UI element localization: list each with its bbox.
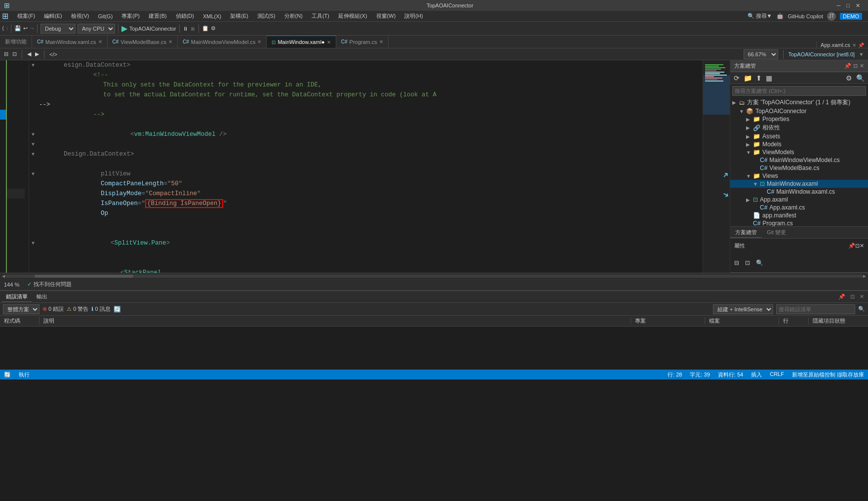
tree-mainwindow-axaml-cs-node[interactable]: C# MainWindow.axaml.cs	[730, 188, 868, 196]
menu-git[interactable]: Git(G)	[94, 12, 117, 20]
solution-explorer-search[interactable]	[732, 86, 866, 96]
tab-close-mainwindow-xaml[interactable]: ✕	[327, 40, 331, 45]
menu-build[interactable]: 建置(B)	[145, 11, 171, 21]
pin-button[interactable]: 📌	[844, 63, 851, 69]
right-panel-pin[interactable]: 📌	[858, 42, 864, 48]
props-btn-1[interactable]: ⊟	[732, 258, 741, 267]
sol-exp-btn-3[interactable]: ⬆	[754, 74, 763, 82]
tree-assets-node[interactable]: ▶ 📁 Assets	[730, 132, 868, 140]
tab-mainwindow-cs[interactable]: C# MainWindow.xaml.cs ✕	[32, 36, 108, 48]
menu-xml[interactable]: XML(X)	[199, 12, 225, 20]
fold-arrow-6[interactable]: ▼	[29, 238, 37, 248]
zoom-dropdown[interactable]: 66.67%	[744, 49, 778, 59]
scroll-right-button[interactable]: ▶	[863, 273, 866, 279]
menu-debug[interactable]: 偵錯(D)	[172, 11, 198, 21]
warning-count-btn[interactable]: ⚠ 0 警告	[67, 305, 88, 313]
new-item-button[interactable]: 📋	[202, 25, 209, 32]
error-search-input[interactable]	[776, 304, 855, 314]
tab-mainwindow-xaml[interactable]: ⊡ MainWindow.xaml● ✕	[267, 36, 336, 48]
menu-arch[interactable]: 架構(E)	[226, 11, 252, 21]
tree-mainwindow-axaml-node[interactable]: ▼ ⊡ MainWindow.axaml	[730, 180, 868, 188]
error-scope-dropdown[interactable]: 整體方案	[3, 304, 39, 314]
build-option-dropdown[interactable]: 組建 + IntelliSense	[713, 304, 773, 314]
float-button[interactable]: ⊡	[853, 63, 858, 69]
tree-properties-node[interactable]: ▶ 📁 Properties	[730, 115, 868, 123]
properties-float[interactable]: ⊡	[855, 243, 860, 249]
fold-arrow-3[interactable]: ▼	[29, 139, 37, 149]
nav-back-button[interactable]: ◀	[27, 51, 31, 57]
stop-button[interactable]: ⏹	[190, 26, 196, 32]
menu-edit[interactable]: 編輯(E)	[40, 11, 66, 21]
menu-test[interactable]: 測試(S)	[253, 11, 279, 21]
run-button[interactable]: ▶	[121, 24, 127, 33]
menu-help[interactable]: 說明(H)	[400, 11, 427, 21]
bottom-panel-close[interactable]: ✕	[858, 293, 866, 300]
error-count-btn[interactable]: ⊗ 0 錯誤	[42, 305, 64, 313]
menu-extensions[interactable]: 延伸模組(X)	[334, 11, 371, 21]
tree-dependencies-node[interactable]: ▶ 🔗 相依性	[730, 123, 868, 132]
fold-arrow-4[interactable]: ▼	[29, 149, 37, 159]
bottom-panel-float[interactable]: ⊡	[848, 293, 857, 300]
tab-close-mainwindow-cs[interactable]: ✕	[98, 39, 102, 44]
forward-button[interactable]: ⟩	[6, 25, 8, 32]
right-panel-close[interactable]: ✕	[852, 42, 856, 48]
fold-arrow-1[interactable]: ▼	[29, 60, 37, 70]
tab-close-viewmodelbase[interactable]: ✕	[168, 39, 172, 44]
redo-button[interactable]: ↪	[30, 25, 34, 32]
tab-close-mainwindowviewmodel[interactable]: ✕	[257, 39, 261, 44]
tab-viewmodelbase[interactable]: C# ViewModelBase.cs ✕	[108, 36, 178, 48]
error-search-btn[interactable]: 🔍	[858, 306, 865, 312]
tree-program-cs-node[interactable]: C# Program.cs	[730, 219, 868, 226]
sol-exp-btn-6[interactable]: 🔍	[855, 74, 866, 82]
menu-project[interactable]: 專案(P)	[118, 11, 144, 21]
sol-exp-btn-4[interactable]: ▦	[764, 74, 774, 82]
props-btn-2[interactable]: ⊡	[743, 258, 752, 267]
split-horiz-button[interactable]: ⊟	[4, 51, 8, 57]
menu-view[interactable]: 檢視(V)	[67, 11, 93, 21]
menu-file[interactable]: 檔案(F)	[13, 11, 39, 21]
menu-window[interactable]: 視窗(W)	[372, 11, 400, 21]
fold-arrow-2[interactable]: ▼	[29, 129, 37, 139]
sol-exp-btn-1[interactable]: ⟳	[732, 74, 741, 82]
message-count-btn[interactable]: ℹ 0 訊息	[91, 305, 110, 313]
properties-pin[interactable]: 📌	[848, 243, 855, 249]
tree-mainwindowviewmodel-node[interactable]: C# MainWindowViewModel.cs	[730, 156, 868, 164]
bottom-panel-pin[interactable]: 📌	[836, 293, 847, 300]
tree-app-axaml-cs-node[interactable]: C# App.axaml.cs	[730, 204, 868, 211]
split-vert-button[interactable]: ⊡	[12, 51, 17, 57]
scroll-thumb[interactable]	[35, 275, 133, 278]
close-button[interactable]: ✕	[856, 2, 860, 9]
tree-viewmodels-node[interactable]: ▼ 📁 ViewModels	[730, 148, 868, 156]
sol-exp-btn-5[interactable]: ⚙	[844, 74, 854, 82]
right-panel-tab-label[interactable]: App.xaml.cs	[821, 42, 850, 48]
save-all-button[interactable]: 💾	[14, 25, 21, 32]
horizontal-scrollbar[interactable]: ◀ ▶	[0, 273, 868, 279]
tree-app-axaml-node[interactable]: ▶ ⊡ App.axaml	[730, 196, 868, 204]
minimize-button[interactable]: ─	[837, 2, 841, 9]
sol-exp-btn-2[interactable]: 📁	[742, 74, 753, 82]
menu-search[interactable]: 🔍 搜尋▼	[744, 11, 776, 21]
back-button[interactable]: ⟨	[2, 25, 4, 32]
status-source-control[interactable]: 新增至原始檔控制 擷取存放庫	[792, 371, 864, 378]
maximize-button[interactable]: □	[846, 2, 850, 9]
sol-tab-git[interactable]: Git 變更	[762, 228, 791, 237]
undo-button[interactable]: ↩	[23, 25, 28, 32]
bottom-tab-errors[interactable]: 錯誤清單	[2, 292, 32, 302]
tree-solution-node[interactable]: ▶ 🗂 方案 'TopAOAIConnector' (1 / 1 個專案)	[730, 98, 868, 107]
tab-mainwindowviewmodel[interactable]: C# MainWindowViewModel.cs ✕	[178, 36, 267, 48]
attach-button[interactable]: ⏸	[183, 26, 188, 32]
fold-arrow-5[interactable]: ▼	[29, 169, 37, 179]
menu-analyze[interactable]: 分析(N)	[280, 11, 307, 21]
sol-tab-explorer[interactable]: 方案總管	[730, 228, 762, 238]
platform-dropdown[interactable]: Any CPU	[78, 24, 115, 34]
tree-views-node[interactable]: ▼ 📁 Views	[730, 172, 868, 180]
close-panel-button[interactable]: ✕	[860, 63, 864, 69]
nav-forward-button[interactable]: ▶	[35, 51, 39, 57]
tab-new-features[interactable]: 新增功能	[0, 36, 32, 48]
more-button[interactable]: ⚙	[211, 25, 216, 32]
menu-tools[interactable]: 工具(T)	[308, 11, 333, 21]
live-analysis-btn[interactable]: 🔄	[114, 306, 121, 313]
tree-project-node[interactable]: ▼ 📦 TopAOAIConnector	[730, 107, 868, 115]
tab-close-program-cs[interactable]: ✕	[379, 39, 383, 44]
code-content[interactable]: esign.DataContext> <!-- This only sets t…	[37, 60, 703, 273]
